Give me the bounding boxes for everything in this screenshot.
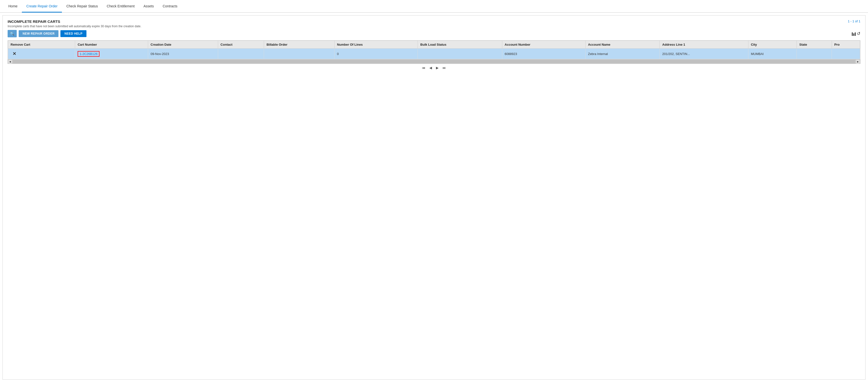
section-header: INCOMPLETE REPAIR CARTS Incomplete carts… — [8, 20, 860, 28]
scroll-right-arrow[interactable]: ► — [856, 59, 860, 64]
col-remove-cart: Remove Cart — [8, 41, 75, 49]
contact-cell — [218, 49, 264, 59]
bottom-bar: ◄ ► ⏮ ◀ ▶ ⏭ — [8, 59, 860, 72]
main-content: INCOMPLETE REPAIR CARTS Incomplete carts… — [2, 15, 866, 380]
table-header-row: Remove Cart Cart Number Creation Date Co… — [8, 41, 860, 49]
city-cell: MUMBAI — [748, 49, 797, 59]
remove-cart-button[interactable]: ✕ — [10, 51, 18, 57]
need-help-button[interactable]: NEED HELP — [60, 30, 86, 37]
bar3 — [855, 32, 856, 36]
col-city: City — [748, 41, 797, 49]
address-line-1-cell: 201/202, SENTIN... — [660, 49, 748, 59]
nav-item-home[interactable]: Home — [4, 0, 22, 12]
top-navigation: HomeCreate Repair OrderCheck Repair Stat… — [0, 0, 868, 13]
toolbar: 🔍 NEW REPAIR ORDER NEED HELP ↺ — [8, 30, 860, 37]
nav-item-contracts[interactable]: Contracts — [158, 0, 182, 12]
next-page-button[interactable]: ▶ — [435, 65, 440, 70]
col-billable-order: Billable Order — [264, 41, 335, 49]
section-subtitle: Incomplete carts that have not been subm… — [8, 25, 141, 28]
section-title-block: INCOMPLETE REPAIR CARTS Incomplete carts… — [8, 20, 141, 28]
col-pro: Pro — [832, 41, 860, 49]
creation-date-cell: 09-Nov-2023 — [148, 49, 218, 59]
pagination-info: 1 - 1 of 1 — [848, 20, 860, 23]
pro-cell — [832, 49, 860, 59]
toolbar-right: ↺ — [852, 31, 860, 36]
columns-bars — [852, 31, 856, 36]
col-state: State — [797, 41, 832, 49]
col-address-line-1: Address Line 1 — [660, 41, 748, 49]
cart-number-link[interactable]: 1-2C26B126 — [78, 51, 99, 57]
table-scroll-container[interactable]: Remove Cart Cart Number Creation Date Co… — [8, 40, 860, 59]
col-bulk-load-status: Bulk Load Status — [418, 41, 502, 49]
cart-number-cell: 1-2C26B126 — [75, 49, 148, 59]
toolbar-left: 🔍 NEW REPAIR ORDER NEED HELP — [8, 30, 87, 37]
new-repair-order-button[interactable]: NEW REPAIR ORDER — [19, 30, 58, 37]
col-creation-date: Creation Date — [148, 41, 218, 49]
nav-item-create-repair-order[interactable]: Create Repair Order — [22, 0, 62, 12]
search-icon: 🔍 — [10, 32, 14, 36]
col-cart-number: Cart Number — [75, 41, 148, 49]
col-account-name: Account Name — [585, 41, 659, 49]
nav-item-check-repair-status[interactable]: Check Repair Status — [62, 0, 102, 12]
remove-cart-cell: ✕ — [8, 49, 75, 59]
col-contact: Contact — [218, 41, 264, 49]
pagination-controls: ⏮ ◀ ▶ ⏭ — [421, 64, 447, 72]
col-number-of-lines: Number Of Lines — [334, 41, 417, 49]
table-row[interactable]: ✕1-2C26B12609-Nov-202306088923Zebra Inte… — [8, 49, 860, 59]
search-button[interactable]: 🔍 — [8, 30, 17, 37]
account-number-cell: 6088923 — [502, 49, 585, 59]
billable-order-cell — [264, 49, 335, 59]
nav-item-assets[interactable]: Assets — [139, 0, 158, 12]
first-page-button[interactable]: ⏮ — [421, 65, 426, 70]
last-page-button[interactable]: ⏭ — [442, 65, 447, 70]
col-account-number: Account Number — [502, 41, 585, 49]
state-cell — [797, 49, 832, 59]
account-name-cell: Zebra Internal — [585, 49, 659, 59]
nav-item-check-entitlement[interactable]: Check Entitlement — [102, 0, 139, 12]
bulk-load-status-cell — [418, 49, 502, 59]
bar1 — [852, 32, 853, 36]
refresh-icon[interactable]: ↺ — [857, 31, 860, 36]
bar2 — [853, 33, 854, 36]
horizontal-scrollbar[interactable]: ◄ ► — [8, 59, 860, 64]
repair-carts-table: Remove Cart Cart Number Creation Date Co… — [8, 40, 860, 59]
prev-page-button[interactable]: ◀ — [428, 65, 433, 70]
scrollbar-track[interactable] — [13, 60, 855, 63]
columns-icon[interactable] — [852, 31, 856, 36]
scroll-left-arrow[interactable]: ◄ — [8, 59, 12, 64]
number-of-lines-cell: 0 — [334, 49, 417, 59]
section-title: INCOMPLETE REPAIR CARTS — [8, 20, 141, 24]
